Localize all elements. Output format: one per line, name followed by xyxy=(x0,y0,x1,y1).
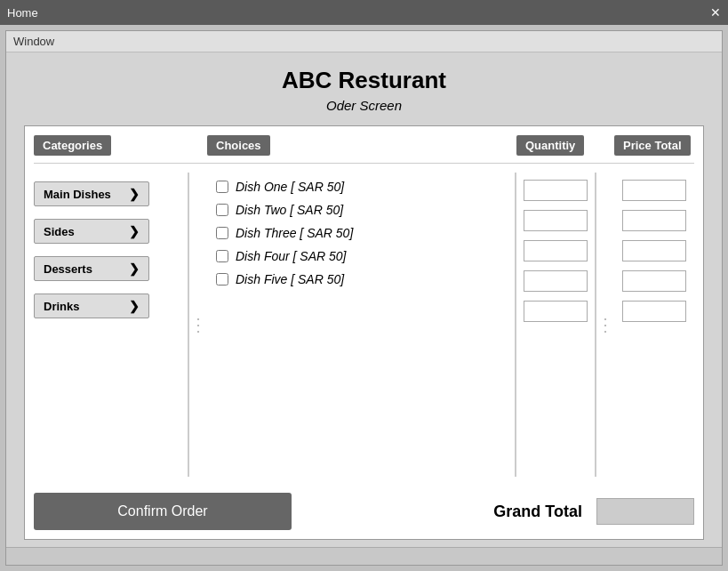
dish-label-1: Dish One [ SAR 50] xyxy=(236,180,344,194)
panel-header: Categories Choices Quantitiy Price Total xyxy=(34,135,694,164)
outer-window: Window ABC Resturant Oder Screen Categor… xyxy=(5,30,723,566)
categories-header-label: Categories xyxy=(34,135,111,156)
restaurant-title: ABC Resturant xyxy=(282,67,446,94)
choices-header-label: Choices xyxy=(207,135,270,156)
category-btn-drinks[interactable]: Drinks ❯ xyxy=(34,294,149,318)
quantity-input-2[interactable] xyxy=(524,210,588,231)
col-price-header: Price Total xyxy=(614,135,694,156)
arrow-icon-desserts: ❯ xyxy=(129,261,140,276)
window-bar: Window xyxy=(6,31,722,52)
list-item: Dish Four [ SAR 50] xyxy=(216,249,506,263)
price-column xyxy=(614,173,694,477)
title-bar: Home ✕ xyxy=(0,0,728,25)
arrow-icon-drinks: ❯ xyxy=(129,299,140,313)
status-bar xyxy=(6,547,722,565)
category-label-main-dishes: Main Dishes xyxy=(44,188,111,201)
inner-content: ABC Resturant Oder Screen Categories Cho… xyxy=(6,52,722,547)
dishes-column: Dish One [ SAR 50] Dish Two [ SAR 50] Di… xyxy=(207,173,516,477)
dish-checkbox-5[interactable] xyxy=(216,273,228,286)
list-item: Dish Five [ SAR 50] xyxy=(216,272,506,286)
dish-label-2: Dish Two [ SAR 50] xyxy=(236,203,343,217)
category-btn-main-dishes[interactable]: Main Dishes ❯ xyxy=(34,181,149,206)
grand-total-input[interactable] xyxy=(596,498,694,525)
price-input-1[interactable] xyxy=(622,180,686,201)
categories-column: Main Dishes ❯ Sides ❯ Desserts ❯ Drinks … xyxy=(34,173,189,477)
dish-checkbox-4[interactable] xyxy=(216,250,228,262)
arrow-icon-sides: ❯ xyxy=(129,224,140,238)
grand-total-area: Grand Total xyxy=(493,498,694,525)
list-item: Dish Two [ SAR 50] xyxy=(216,203,506,217)
list-item: Dish One [ SAR 50] xyxy=(216,180,506,194)
list-item: Dish Three [ SAR 50] xyxy=(216,226,506,240)
quantity-input-4[interactable] xyxy=(524,270,588,292)
price-input-2[interactable] xyxy=(622,210,686,231)
col-choices-header: Choices xyxy=(207,135,516,156)
divider-dots-right: ⋮ xyxy=(596,173,614,477)
category-btn-sides[interactable]: Sides ❯ xyxy=(34,219,149,244)
price-input-3[interactable] xyxy=(622,240,686,261)
price-input-4[interactable] xyxy=(622,270,686,292)
window-label: Window xyxy=(13,35,54,48)
col-categories-header: Categories xyxy=(34,135,189,156)
order-screen-label: Oder Screen xyxy=(326,98,402,113)
category-btn-desserts[interactable]: Desserts ❯ xyxy=(34,256,149,281)
quantity-header-label: Quantitiy xyxy=(516,135,584,156)
category-label-drinks: Drinks xyxy=(44,300,79,313)
panel-body: Main Dishes ❯ Sides ❯ Desserts ❯ Drinks … xyxy=(34,173,694,477)
quantity-input-3[interactable] xyxy=(524,240,588,261)
dish-label-3: Dish Three [ SAR 50] xyxy=(236,226,353,240)
arrow-icon-main-dishes: ❯ xyxy=(129,187,140,201)
divider-dots-left: ⋮ xyxy=(189,173,207,477)
dish-label-5: Dish Five [ SAR 50] xyxy=(236,272,344,286)
bottom-bar: Confirm Order Grand Total xyxy=(34,487,694,530)
dish-checkbox-1[interactable] xyxy=(216,181,228,193)
dish-label-4: Dish Four [ SAR 50] xyxy=(236,249,347,263)
title-bar-label: Home xyxy=(7,6,38,20)
category-label-sides: Sides xyxy=(44,225,75,238)
quantity-input-1[interactable] xyxy=(524,180,588,201)
confirm-order-button[interactable]: Confirm Order xyxy=(34,493,292,530)
quantity-input-5[interactable] xyxy=(524,301,588,322)
dish-checkbox-2[interactable] xyxy=(216,204,228,216)
order-panel: Categories Choices Quantitiy Price Total xyxy=(24,125,704,540)
grand-total-label: Grand Total xyxy=(493,503,582,521)
price-input-5[interactable] xyxy=(622,301,686,322)
dish-checkbox-3[interactable] xyxy=(216,227,228,239)
close-button[interactable]: ✕ xyxy=(710,6,721,19)
quantity-column xyxy=(516,173,596,477)
col-quantity-header: Quantitiy xyxy=(516,135,596,156)
category-label-desserts: Desserts xyxy=(44,262,92,276)
price-header-label: Price Total xyxy=(614,135,691,156)
